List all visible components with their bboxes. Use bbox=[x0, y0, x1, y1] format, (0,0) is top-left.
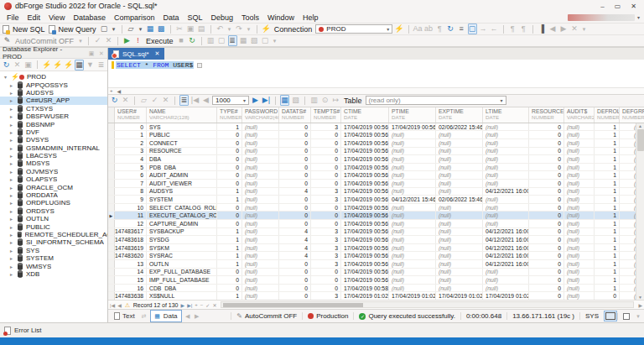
grid-cell[interactable]: AUDSYS bbox=[147, 188, 217, 196]
grid-cell[interactable]: (null) bbox=[389, 244, 436, 252]
grid-cell[interactable]: 0 bbox=[311, 212, 341, 219]
connection-node-prod[interactable]: ▾ ⚡ PROD bbox=[0, 73, 107, 81]
prev-record-icon[interactable]: ◀ bbox=[117, 302, 122, 308]
grid-cell[interactable]: (null) bbox=[389, 148, 436, 155]
menu-comparison[interactable]: Comparison bbox=[110, 13, 159, 22]
column-header-defgrp[interactable]: DEFGRP#NUMBER bbox=[620, 107, 644, 123]
schema-item-lbacsys[interactable]: ▸LBACSYS bbox=[0, 152, 107, 159]
cut-icon[interactable]: ✂ bbox=[175, 24, 184, 34]
grid-cell[interactable]: SELECT_CATALOG_ROLE bbox=[147, 204, 217, 212]
grid-cell[interactable]: (null) bbox=[436, 155, 483, 163]
grid-cell[interactable]: 0 bbox=[529, 269, 564, 276]
grid-cell[interactable]: (null) bbox=[564, 285, 595, 292]
grid-cell[interactable]: 8 bbox=[115, 188, 147, 196]
grid-cell[interactable]: 0 bbox=[529, 285, 564, 292]
menu-tools[interactable]: Tools bbox=[237, 13, 263, 22]
grid-cell[interactable]: (null) bbox=[436, 180, 483, 187]
grid-cell[interactable]: 17/04/2019 00:56:32 bbox=[341, 180, 389, 187]
grid-cell[interactable]: 4 bbox=[279, 244, 311, 252]
grid-cell[interactable]: 0 bbox=[279, 260, 311, 268]
grid-cell[interactable]: (null) bbox=[436, 228, 483, 236]
grid-cell[interactable]: (null) bbox=[242, 123, 279, 131]
grid-cell[interactable]: 1 bbox=[595, 196, 620, 203]
schema-item-dbsfwuser[interactable]: ▸DBSFWUSER bbox=[0, 112, 107, 120]
column-header-exptime[interactable]: EXPTIMEDATE bbox=[436, 107, 483, 123]
grid-row[interactable]: ▶11EXECUTE_CATALOG_ROLE0(null)0017/04/20… bbox=[108, 212, 644, 220]
connect-icon[interactable]: ⚡ bbox=[53, 60, 62, 70]
grid-cell[interactable]: (null) bbox=[564, 236, 595, 243]
grid-cell[interactable]: 0 bbox=[529, 244, 564, 252]
grid-cell[interactable]: (null) bbox=[242, 155, 279, 163]
schema-item-outln[interactable]: ▸OUTLN bbox=[0, 215, 107, 222]
grid-cell[interactable]: (null) bbox=[483, 276, 529, 284]
grid-cell[interactable]: 17/04/2019 01:02:44 bbox=[436, 292, 483, 300]
grid-cell[interactable]: (null) bbox=[564, 228, 595, 236]
grid-cell[interactable]: AUDIT_VIEWER bbox=[147, 180, 217, 187]
grid-cell[interactable]: 0 bbox=[529, 131, 564, 139]
grid-cell[interactable]: 3 bbox=[311, 196, 341, 203]
grid-cell[interactable]: 0 bbox=[279, 180, 311, 187]
cancel-changes-icon[interactable]: ✕ bbox=[161, 96, 170, 105]
grid-cell[interactable]: 4 bbox=[279, 188, 311, 196]
grid-cell[interactable]: 1 bbox=[595, 285, 620, 292]
redo-icon[interactable]: ↷ bbox=[235, 24, 244, 34]
page-size-combo[interactable]: 1000 ▾ bbox=[212, 96, 249, 105]
grid-cell[interactable]: 2147483638 bbox=[115, 292, 147, 300]
grid-cell[interactable]: 1 bbox=[217, 228, 242, 236]
grid-cell[interactable]: 0 bbox=[529, 276, 564, 284]
grid-row[interactable]: 12CAPTURE_ADMIN0(null)0017/04/2019 00:56… bbox=[108, 220, 644, 228]
expand-icon[interactable]: ▸ bbox=[8, 153, 14, 159]
grid-cell[interactable]: 0 bbox=[279, 164, 311, 171]
schema-item-remote_scheduler_agent[interactable]: ▸REMOTE_SCHEDULER_AGENT bbox=[0, 231, 107, 238]
grid-cell[interactable]: (null) bbox=[242, 148, 279, 155]
next-page-icon[interactable]: ▶ bbox=[251, 96, 260, 105]
grid-cell[interactable]: XS$NULL bbox=[147, 292, 217, 300]
grid-cell[interactable]: 2147483620 bbox=[115, 252, 147, 259]
grid-cell[interactable]: (null) bbox=[389, 252, 436, 259]
grid-cell[interactable]: EXECUTE_CATALOG_ROLE bbox=[147, 212, 217, 219]
grid-cell[interactable]: 0 bbox=[279, 131, 311, 139]
grid-cell[interactable]: (null) bbox=[483, 196, 529, 203]
row-selector[interactable] bbox=[108, 204, 115, 212]
expand-icon[interactable]: ▸ bbox=[8, 137, 14, 143]
new-document-icon[interactable]: ▢ bbox=[100, 24, 109, 34]
restore-button[interactable]: ▭ bbox=[615, 3, 621, 10]
grid-cell[interactable]: (null) bbox=[389, 220, 436, 227]
grid-row[interactable]: 3RESOURCE0(null)0017/04/2019 00:56:32(nu… bbox=[108, 148, 644, 156]
grid-row[interactable]: 6AUDIT_ADMIN0(null)0017/04/2019 00:56:32… bbox=[108, 171, 644, 180]
status-overflow-icon[interactable]: ▾ bbox=[635, 311, 641, 321]
layout-icon[interactable]: ▢ bbox=[261, 36, 270, 45]
grid-row[interactable]: 2147483638XS$NULL1(null)0317/04/2019 01:… bbox=[108, 292, 644, 300]
expand-icon[interactable]: ▸ bbox=[8, 185, 14, 191]
paste-icon[interactable]: ▤ bbox=[197, 24, 206, 34]
grid-cell[interactable]: SYSDG bbox=[147, 236, 217, 243]
row-selector[interactable] bbox=[108, 260, 115, 268]
grid-cell[interactable]: 1 bbox=[595, 188, 620, 196]
column-header-password[interactable]: PASSWORDVARCHAR2(4000) bbox=[242, 107, 279, 123]
grid-cell[interactable]: 12 bbox=[115, 220, 147, 227]
code-completion-icon[interactable]: ▢ bbox=[468, 24, 477, 34]
row-selector[interactable] bbox=[108, 292, 115, 300]
hscroll-right-icon[interactable]: ▶ bbox=[638, 302, 642, 308]
grid-cell[interactable]: 17/04/2019 00:56:51 bbox=[341, 276, 389, 284]
expand-icon[interactable]: ▸ bbox=[8, 122, 14, 128]
grid-cell[interactable]: 0 bbox=[217, 131, 242, 139]
grid-cell[interactable]: CONNECT bbox=[147, 139, 217, 147]
grid-row[interactable]: 5PDB_DBA0(null)0017/04/2019 00:56:32(nul… bbox=[108, 164, 644, 172]
editor-splitter[interactable]: + ◀ bbox=[108, 87, 644, 94]
open-file-caret-icon[interactable]: ▾ bbox=[138, 24, 144, 34]
grid-cell[interactable]: 17/04/2019 00:56:32 bbox=[341, 164, 389, 171]
grid-cell[interactable]: 17/04/2019 01:02:44 bbox=[389, 292, 436, 300]
outdent-icon[interactable]: ← bbox=[490, 24, 499, 34]
expand-icon[interactable]: ▸ bbox=[8, 232, 14, 238]
grid-cell[interactable]: (null) bbox=[483, 164, 529, 171]
grid-cell[interactable]: 0 bbox=[279, 220, 311, 227]
schema-item-ordsys[interactable]: ▸ORDSYS bbox=[0, 207, 107, 215]
split-vertical-icon[interactable]: ▧ bbox=[250, 36, 259, 45]
grid-cell[interactable]: 17/04/2019 00:56:33 bbox=[341, 228, 389, 236]
grid-cell[interactable]: 0 bbox=[311, 139, 341, 147]
tabs-scroll-left-icon[interactable]: ◀ bbox=[184, 311, 191, 321]
grid-cell[interactable]: (null) bbox=[436, 244, 483, 252]
grid-cell[interactable]: (null) bbox=[389, 139, 436, 147]
grid-cell[interactable]: 7 bbox=[115, 180, 147, 187]
